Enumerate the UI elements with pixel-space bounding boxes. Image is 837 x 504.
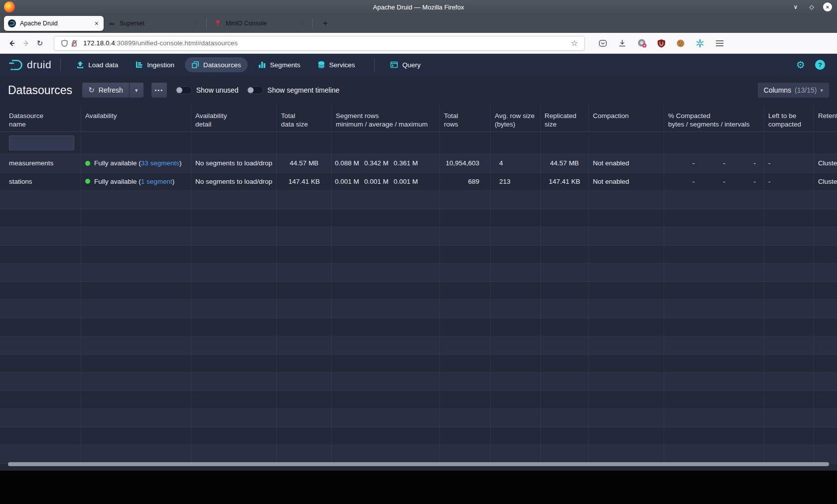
pct-compacted-value: - xyxy=(725,178,756,185)
forward-button[interactable] xyxy=(19,36,33,50)
empty-cell xyxy=(664,318,764,336)
tab-close-icon[interactable]: × xyxy=(94,19,100,27)
column-header-pct[interactable]: % Compacted bytes / segments / intervals xyxy=(664,105,764,131)
segments-link[interactable]: 33 segments xyxy=(141,159,179,167)
empty-cell xyxy=(664,336,764,354)
column-header-name[interactable]: Datasource name xyxy=(0,105,81,131)
horizontal-scrollbar[interactable] xyxy=(8,462,829,466)
cell-name[interactable]: measurements xyxy=(0,154,81,172)
pinwheel-extension-icon[interactable] xyxy=(695,38,705,48)
tab-superset[interactable]: ∞ Superset × xyxy=(104,16,203,31)
new-tab-button[interactable]: + xyxy=(319,17,332,30)
filter-cell-name xyxy=(0,132,81,154)
column-header-avg[interactable]: Avg. row size (bytes) xyxy=(491,105,541,131)
minimize-chevron-icon[interactable]: ∨ xyxy=(791,2,800,11)
empty-cell xyxy=(764,391,814,409)
empty-cell xyxy=(277,300,332,318)
nav-ingestion[interactable]: Ingestion xyxy=(129,57,181,72)
refresh-button[interactable]: ↻ Refresh xyxy=(82,83,129,98)
column-header-rows[interactable]: Total rows xyxy=(440,105,491,131)
lock-crossed-icon[interactable] xyxy=(69,38,79,48)
navigation-toolbar: ↻ 172.18.0.4:30899/unified-console.html#… xyxy=(0,33,837,54)
pocket-icon[interactable] xyxy=(598,38,608,48)
column-header-size[interactable]: Total data size xyxy=(277,105,332,131)
extension-icon[interactable] xyxy=(637,38,647,48)
empty-cell xyxy=(191,227,277,245)
empty-cell xyxy=(814,427,837,445)
empty-cell xyxy=(664,282,764,300)
column-header-repl[interactable]: Replicated size xyxy=(541,105,589,131)
empty-cell xyxy=(764,427,814,445)
nav-services[interactable]: Services xyxy=(311,57,362,72)
tab-close-icon[interactable]: × xyxy=(193,19,199,27)
page-title: Datasources xyxy=(8,84,72,97)
nav-load-data[interactable]: Load data xyxy=(70,57,125,72)
column-header-retention[interactable]: Retention xyxy=(814,105,837,131)
empty-cell xyxy=(332,445,440,463)
empty-cell xyxy=(491,263,541,281)
menu-icon[interactable] xyxy=(714,38,724,48)
empty-cell xyxy=(764,191,814,209)
empty-cell xyxy=(0,318,81,336)
druid-logo[interactable]: druid xyxy=(8,58,51,72)
filter-cell-pct xyxy=(664,132,764,154)
column-header-detail[interactable]: Availability detail xyxy=(191,105,277,131)
column-header-segrows[interactable]: Segment rows minimum / average / maximum xyxy=(332,105,440,131)
empty-cell xyxy=(81,282,191,300)
cell-repl: 147.41 KB xyxy=(541,173,589,191)
ublock-icon[interactable] xyxy=(656,38,666,48)
window-title: Apache Druid — Mozilla Firefox xyxy=(0,3,837,11)
tab-close-icon[interactable]: × xyxy=(299,19,305,27)
reload-button[interactable]: ↻ xyxy=(33,36,47,50)
empty-cell xyxy=(764,300,814,318)
empty-cell xyxy=(0,300,81,318)
tab-minio[interactable]: MinIO Console × xyxy=(210,16,309,31)
datasource-name-filter-input[interactable] xyxy=(9,135,74,150)
cookie-extension-icon[interactable] xyxy=(676,38,686,48)
empty-cell xyxy=(664,191,764,209)
back-button[interactable] xyxy=(5,36,19,50)
empty-cell xyxy=(81,209,191,227)
shield-icon[interactable] xyxy=(59,38,69,48)
download-icon[interactable] xyxy=(617,38,627,48)
more-actions-button[interactable]: ••• xyxy=(151,83,167,98)
minio-flamingo-icon xyxy=(214,19,222,27)
column-header-compaction[interactable]: Compaction xyxy=(589,105,664,131)
cell-segrows: 0.088 M0.342 M0.361 M xyxy=(332,154,440,172)
refresh-dropdown-caret[interactable]: ▾ xyxy=(129,83,143,98)
column-header-left[interactable]: Left to be compacted xyxy=(764,105,814,131)
show-segment-timeline-toggle[interactable] xyxy=(247,86,263,94)
segment-rows-value: 0.001 M xyxy=(394,178,423,185)
close-icon[interactable]: × xyxy=(823,2,832,11)
nav-segments[interactable]: Segments xyxy=(252,57,307,72)
nav-query[interactable]: Query xyxy=(384,57,427,72)
firefox-window: Apache Druid — Mozilla Firefox ∨ ◇ × Apa… xyxy=(0,0,837,504)
empty-cell xyxy=(664,263,764,281)
segments-link[interactable]: 1 segment xyxy=(141,178,172,185)
empty-cell xyxy=(332,300,440,318)
url-text: 172.18.0.4:30899/unified-console.html#da… xyxy=(83,39,569,47)
empty-cell xyxy=(277,355,332,373)
column-header-availability[interactable]: Availability xyxy=(81,105,191,131)
gear-icon[interactable]: ⚙ xyxy=(796,60,805,70)
tab-label: Superset xyxy=(120,20,193,27)
cell-name[interactable]: stations xyxy=(0,173,81,191)
columns-button[interactable]: Columns (13/15) ▾ xyxy=(758,83,829,98)
maximize-diamond-icon[interactable]: ◇ xyxy=(807,2,816,11)
druid-logo-icon xyxy=(8,58,24,72)
show-unused-toggle[interactable] xyxy=(175,86,192,94)
tab-strip: Apache Druid × ∞ Superset × MinIO Consol… xyxy=(0,14,837,33)
nav-datasources[interactable]: Datasources xyxy=(185,57,248,72)
bookmark-star-icon[interactable]: ☆ xyxy=(569,38,579,48)
help-icon[interactable]: ? xyxy=(815,60,825,70)
show-unused-label: Show unused xyxy=(196,86,239,94)
empty-cell xyxy=(541,391,589,409)
empty-cell xyxy=(191,409,277,427)
empty-row xyxy=(0,300,837,318)
empty-cell xyxy=(664,427,764,445)
url-bar[interactable]: 172.18.0.4:30899/unified-console.html#da… xyxy=(54,36,585,51)
empty-cell xyxy=(191,318,277,336)
tab-apache-druid[interactable]: Apache Druid × xyxy=(4,16,104,31)
empty-cell xyxy=(191,282,277,300)
cell-availability: Fully available (1 segment) xyxy=(81,173,191,191)
